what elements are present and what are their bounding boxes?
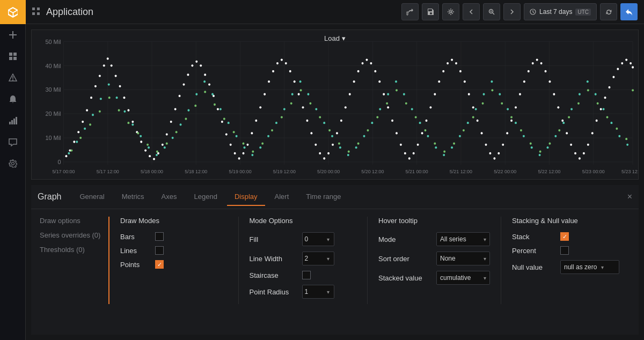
svg-rect-12 — [32, 12, 35, 15]
points-checkbox[interactable] — [155, 260, 164, 269]
svg-point-299 — [415, 116, 417, 118]
svg-point-81 — [166, 133, 168, 135]
nullvalue-select[interactable]: null as zero ▾ — [560, 260, 619, 274]
stack-checkbox[interactable] — [560, 232, 569, 241]
back-button[interactable] — [620, 3, 638, 20]
svg-point-210 — [211, 93, 214, 95]
thresholds-item[interactable]: Thresholds (0) — [40, 246, 102, 254]
staircase-checkbox[interactable] — [302, 271, 311, 279]
svg-point-83 — [174, 108, 177, 110]
pointradius-select[interactable]: 1 ▾ — [302, 285, 334, 299]
linewidth-row: Line Width 2 ▾ — [250, 252, 357, 265]
refresh-button[interactable] — [600, 3, 617, 20]
nullvalue-chevron: ▾ — [601, 264, 604, 270]
svg-point-129 — [370, 62, 372, 64]
svg-point-114 — [306, 120, 308, 122]
svg-point-234 — [403, 93, 405, 95]
topbar: Application Last 7 days U — [26, 0, 644, 24]
sortorder-row: Sort order None ▾ — [378, 252, 490, 265]
svg-point-102 — [255, 120, 257, 122]
lines-checkbox[interactable] — [155, 246, 164, 255]
time-range-button[interactable]: Last 7 days UTC — [524, 3, 597, 20]
svg-point-289 — [319, 116, 321, 118]
svg-point-316 — [577, 102, 580, 105]
share-button[interactable] — [401, 3, 419, 20]
svg-point-232 — [387, 93, 389, 95]
stackedvalue-select[interactable]: cumulative ▾ — [436, 271, 490, 285]
svg-point-130 — [374, 70, 376, 72]
svg-point-100 — [246, 144, 248, 146]
svg-point-197 — [108, 83, 110, 85]
sidebar-item-messages[interactable] — [0, 131, 26, 153]
svg-point-140 — [417, 144, 419, 146]
tab-metrics[interactable]: Metrics — [114, 188, 152, 206]
chart-title[interactable]: Load ▾ — [324, 34, 346, 42]
svg-point-70 — [119, 85, 121, 87]
tab-time-range[interactable]: Time range — [298, 188, 348, 206]
svg-point-321 — [625, 138, 627, 140]
fill-select[interactable]: 0 ▾ — [302, 232, 334, 246]
sidebar-item-explore[interactable] — [0, 110, 26, 131]
svg-point-207 — [187, 109, 189, 112]
linewidth-select[interactable]: 2 ▾ — [302, 252, 334, 265]
series-overrides-item[interactable]: Series overrides (0) — [40, 231, 102, 239]
svg-point-176 — [570, 144, 572, 146]
tab-legend[interactable]: Legend — [187, 188, 225, 206]
zoom-button[interactable] — [483, 3, 500, 20]
svg-point-98 — [238, 157, 240, 159]
svg-text:30 Mil: 30 Mil — [45, 86, 61, 93]
tab-general[interactable]: General — [72, 188, 112, 206]
nav-prev-button[interactable] — [463, 3, 480, 20]
sortorder-select[interactable]: None ▾ — [436, 252, 490, 265]
percent-checkbox[interactable] — [560, 246, 569, 255]
nullvalue-row: Null value null as zero ▾ — [512, 260, 619, 274]
nav-next-button[interactable] — [503, 3, 521, 20]
svg-point-302 — [443, 151, 445, 153]
svg-point-68 — [111, 64, 113, 66]
chart-svg: 50 Mil 40 Mil 30 Mil 20 Mil 10 Mil 0 5/1… — [32, 30, 638, 179]
svg-point-244 — [483, 93, 485, 95]
tab-alert[interactable]: Alert — [267, 188, 297, 206]
sidebar-item-config[interactable] — [0, 153, 26, 174]
tab-axes[interactable]: Axes — [154, 188, 185, 206]
svg-point-189 — [625, 58, 627, 61]
mode-select[interactable]: All series ▾ — [436, 232, 490, 246]
svg-point-298 — [405, 102, 407, 105]
draw-mode-points: Points — [120, 260, 228, 269]
svg-point-273 — [166, 143, 168, 145]
svg-point-75 — [140, 141, 142, 143]
pointradius-chevron: ▾ — [327, 289, 330, 295]
svg-point-206 — [180, 123, 182, 125]
svg-point-251 — [539, 154, 541, 156]
sidebar — [0, 0, 26, 340]
hover-tooltip-section: Hover tooltip Mode All series ▾ Sort ord… — [368, 217, 501, 304]
svg-point-274 — [175, 131, 178, 133]
svg-point-254 — [562, 122, 565, 124]
logo[interactable] — [0, 0, 26, 24]
tab-display[interactable]: Display — [227, 188, 265, 206]
svg-point-126 — [357, 70, 360, 72]
sidebar-item-dashboard[interactable] — [0, 46, 26, 67]
draw-options-item[interactable]: Draw options — [40, 217, 102, 225]
svg-point-99 — [243, 152, 245, 154]
svg-point-253 — [554, 135, 557, 137]
sidebar-item-add[interactable] — [0, 24, 26, 46]
mode-options-section: Mode Options Fill 0 ▾ Line Width 2 ▾ — [239, 217, 368, 304]
svg-point-278 — [214, 104, 216, 106]
svg-point-167 — [532, 62, 534, 64]
svg-point-233 — [395, 80, 397, 83]
svg-point-78 — [153, 158, 155, 160]
svg-point-292 — [348, 151, 350, 153]
svg-point-169 — [540, 62, 543, 64]
sidebar-item-alerting[interactable] — [0, 67, 26, 88]
sidebar-item-alerts[interactable] — [0, 88, 26, 110]
close-button[interactable]: × — [627, 192, 632, 202]
svg-point-246 — [499, 93, 501, 95]
svg-point-66 — [103, 64, 105, 66]
svg-point-287 — [300, 89, 302, 91]
settings-button[interactable] — [442, 3, 459, 20]
stacking-section: Stacking & Null value Stack Percent Null… — [501, 217, 630, 304]
svg-point-73 — [131, 121, 134, 123]
save-button[interactable] — [422, 3, 439, 20]
bars-checkbox[interactable] — [155, 232, 164, 241]
